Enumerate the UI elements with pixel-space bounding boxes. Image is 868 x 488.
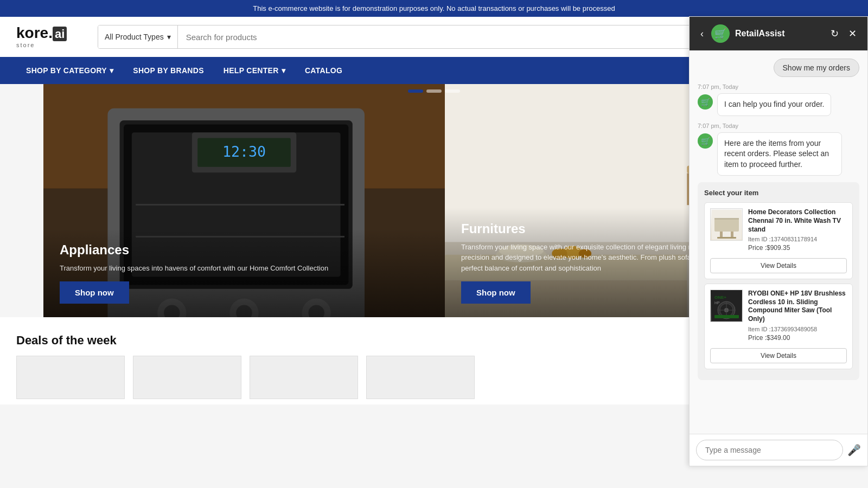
top-banner: This e-commerce website is for demonstra… — [0, 0, 868, 17]
chat-title: RetailAssist — [735, 29, 823, 38]
chevron-down-icon: ▾ — [110, 66, 113, 75]
tv-stand-image — [710, 208, 743, 241]
svg-text:HP: HP — [714, 301, 720, 305]
carousel-dot-2[interactable] — [426, 89, 442, 93]
bot-avatar-1: 🛒 — [698, 94, 713, 110]
bot-message-row-2: 🛒 Here are the items from your recent or… — [698, 132, 859, 176]
order-item-1-price: Price :$909.35 — [748, 244, 847, 252]
chat-back-button[interactable]: ‹ — [698, 28, 706, 40]
appliances-card-desc: Transform your living spaces into havens… — [60, 263, 429, 274]
logo-sub: store — [16, 42, 87, 48]
order-item-1-name: Home Decorators Collection Chennai 70 in… — [748, 208, 847, 234]
svg-rect-53 — [714, 218, 739, 220]
order-item-1-info: Home Decorators Collection Chennai 70 in… — [748, 208, 847, 255]
deal-item[interactable] — [16, 356, 125, 399]
carousel-dot-3[interactable] — [445, 89, 460, 93]
chat-header: ‹ 🛒 RetailAssist ↻ ✕ — [690, 17, 867, 50]
product-type-dropdown[interactable]: All Product Types ▾ — [98, 25, 178, 48]
nav-item-help-center[interactable]: HELP CENTER ▾ — [214, 57, 295, 84]
bot-cart-icon: 🛒 — [701, 98, 710, 106]
view-details-btn-2[interactable]: View Details — [710, 348, 847, 363]
bot-bubble-1: I can help you find your order. — [717, 93, 831, 116]
chat-widget: ‹ 🛒 RetailAssist ↻ ✕ Show me my orders 7… — [689, 16, 868, 404]
bot-cart-icon-2: 🛒 — [701, 137, 710, 145]
miter-saw-image: ONE+ HP — [710, 290, 743, 322]
bot-message-row-1: 🛒 I can help you find your order. — [698, 93, 859, 116]
logo-text: kore.ai — [16, 25, 87, 41]
bot-bubble-2: Here are the items from your recent orde… — [717, 132, 842, 176]
carousel-card-appliances: 12:30 Appliances Transform your living s… — [43, 84, 445, 317]
order-item-2-id: Item ID :13736993489058 — [748, 326, 847, 332]
svg-rect-56 — [717, 237, 736, 239]
chat-refresh-button[interactable]: ↻ — [828, 28, 841, 40]
appliances-card-content: Appliances Transform your living spaces … — [43, 229, 445, 318]
view-details-btn-1[interactable]: View Details — [710, 258, 847, 273]
cart-icon: 🛒 — [714, 28, 726, 40]
appliances-shop-now-button[interactable]: Shop now — [60, 281, 129, 304]
chevron-down-icon: ▾ — [167, 33, 171, 41]
appliances-card-title: Appliances — [60, 242, 429, 258]
logo-ai-box: ai — [53, 27, 67, 41]
chat-avatar: 🛒 — [711, 24, 730, 43]
show-orders-bubble: Show me my orders — [698, 59, 859, 77]
deal-item[interactable] — [133, 356, 241, 399]
nav-item-catalog[interactable]: CATALOG — [295, 57, 352, 84]
order-item-1-id: Item ID :13740831178914 — [748, 236, 847, 242]
select-item-title: Select your item — [704, 189, 853, 197]
nav-item-shop-by-brands[interactable]: SHOP BY BRANDS — [123, 57, 214, 84]
furniture-shop-now-button[interactable]: Shop now — [461, 281, 531, 304]
carousel-dot-1[interactable] — [408, 89, 423, 93]
show-orders-pill: Show me my orders — [774, 59, 859, 77]
chat-close-button[interactable]: ✕ — [846, 28, 859, 40]
bot-avatar-2: 🛒 — [698, 133, 713, 149]
search-input[interactable] — [178, 25, 714, 48]
svg-rect-65 — [714, 315, 739, 318]
order-item-2-name: RYOBI ONE+ HP 18V Brushless Cordless 10 … — [748, 290, 847, 323]
chevron-down-icon: ▾ — [282, 66, 285, 75]
order-item-2-price: Price :$349.00 — [748, 334, 847, 342]
svg-rect-52 — [714, 218, 739, 232]
deal-item[interactable] — [366, 356, 475, 399]
deal-item[interactable] — [250, 356, 358, 399]
select-item-card: Select your item Home Decorators Collect… — [698, 182, 859, 380]
order-item-row-2[interactable]: ONE+ HP RYOBI ONE+ HP 18V Brushless Cord… — [704, 284, 853, 369]
search-bar: All Product Types ▾ 🔍 Search — [98, 25, 784, 49]
svg-text:12:30: 12:30 — [222, 143, 266, 160]
carousel-dots — [408, 89, 460, 93]
chat-timestamp-1: 7:07 pm, Today — [698, 84, 859, 90]
svg-text:ONE+: ONE+ — [714, 295, 726, 300]
nav-item-shop-by-category[interactable]: SHOP BY CATEGORY ▾ — [16, 57, 123, 84]
order-item-2-info: RYOBI ONE+ HP 18V Brushless Cordless 10 … — [748, 290, 847, 344]
logo[interactable]: kore.ai store — [16, 25, 87, 48]
chat-body: Show me my orders 7:07 pm, Today 🛒 I can… — [690, 50, 867, 404]
chat-timestamp-2: 7:07 pm, Today — [698, 123, 859, 129]
order-item-row-1[interactable]: Home Decorators Collection Chennai 70 in… — [704, 202, 853, 279]
